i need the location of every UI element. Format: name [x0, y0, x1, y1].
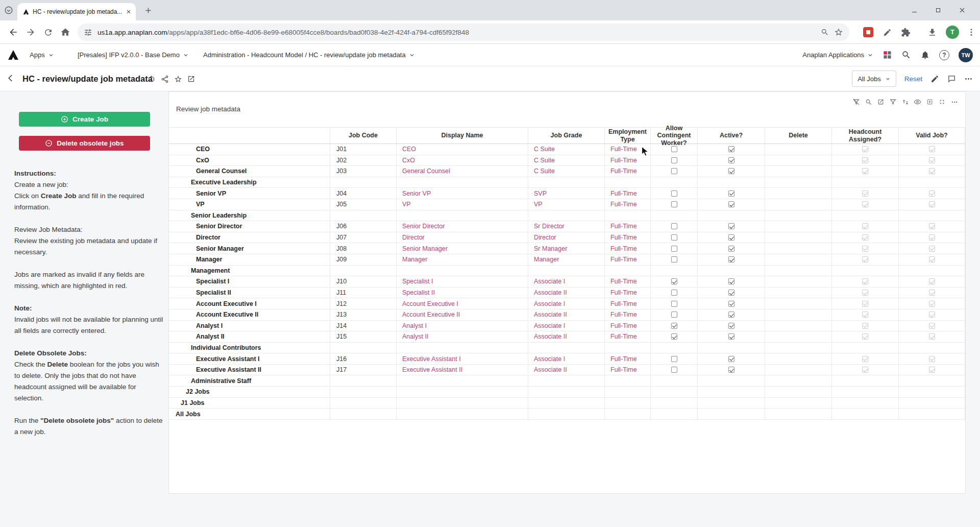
- display-name-cell[interactable]: Account Executive II: [397, 309, 528, 320]
- row-label-cell[interactable]: Senior VP: [169, 188, 330, 199]
- checkbox[interactable]: [728, 356, 734, 362]
- delete-cell[interactable]: [765, 177, 832, 188]
- employment-type-cell[interactable]: [605, 343, 651, 353]
- display-name-cell[interactable]: Account Executive I: [397, 298, 528, 309]
- employment-type-cell[interactable]: Full-Time: [605, 353, 651, 364]
- active-cell[interactable]: [698, 398, 765, 409]
- active-cell[interactable]: [698, 232, 765, 243]
- pinned-extension-icon-red[interactable]: [863, 27, 873, 37]
- checkbox[interactable]: [671, 356, 677, 362]
- allow-contingent-cell[interactable]: [651, 321, 698, 331]
- anaplan-applications-menu[interactable]: Anaplan Applications: [802, 44, 873, 66]
- search-icon[interactable]: [864, 97, 873, 107]
- row-label-cell[interactable]: Management: [169, 266, 330, 276]
- checkbox[interactable]: [671, 301, 677, 307]
- checkbox[interactable]: [728, 190, 734, 197]
- display-name-cell[interactable]: CxO: [397, 155, 528, 166]
- employment-type-cell[interactable]: Full-Time: [605, 221, 651, 232]
- employment-type-cell[interactable]: Full-Time: [605, 232, 651, 243]
- job-grade-cell[interactable]: C Suite: [528, 155, 605, 166]
- checkbox[interactable]: [671, 190, 677, 197]
- open-in-new-icon[interactable]: [187, 75, 195, 83]
- row-label-cell[interactable]: Specialist II: [169, 288, 330, 298]
- checkbox[interactable]: [671, 223, 677, 229]
- checkbox[interactable]: [728, 278, 734, 284]
- active-cell[interactable]: [698, 243, 765, 254]
- browser-profile-avatar[interactable]: T: [946, 26, 959, 39]
- delete-cell[interactable]: [765, 298, 832, 309]
- active-cell[interactable]: [698, 144, 765, 155]
- checkbox[interactable]: [728, 290, 734, 296]
- job-code-cell[interactable]: [330, 343, 397, 353]
- delete-cell[interactable]: [765, 321, 832, 331]
- job-grade-cell[interactable]: [528, 177, 605, 188]
- filter-icon[interactable]: [888, 97, 898, 107]
- active-cell[interactable]: [698, 254, 765, 265]
- help-icon[interactable]: ?: [939, 50, 949, 60]
- employment-type-cell[interactable]: [605, 210, 651, 221]
- active-cell[interactable]: [698, 166, 765, 177]
- employment-type-cell[interactable]: Full-Time: [605, 243, 651, 254]
- column-header[interactable]: Employment Type: [605, 128, 651, 143]
- active-cell[interactable]: [698, 387, 765, 397]
- display-name-cell[interactable]: CEO: [397, 144, 528, 155]
- delete-cell[interactable]: [765, 144, 832, 155]
- display-name-cell[interactable]: [397, 210, 528, 221]
- job-grade-cell[interactable]: Associate II: [528, 309, 605, 320]
- row-label-cell[interactable]: Executive Leadership: [169, 177, 330, 188]
- display-name-cell[interactable]: Executive Assistant I: [397, 353, 528, 364]
- board-back-icon[interactable]: [6, 74, 15, 83]
- job-code-cell[interactable]: J07: [330, 232, 397, 243]
- allow-contingent-cell[interactable]: [651, 243, 698, 254]
- display-name-cell[interactable]: Analyst I: [397, 321, 528, 331]
- checkbox[interactable]: [728, 168, 734, 174]
- more-options-icon[interactable]: [949, 97, 959, 107]
- column-header[interactable]: Allow Contingent Worker?: [651, 128, 698, 143]
- row-label-cell[interactable]: Specialist I: [169, 276, 330, 287]
- job-grade-cell[interactable]: Sr Director: [528, 221, 605, 232]
- checkbox[interactable]: [671, 278, 677, 284]
- active-cell[interactable]: [698, 298, 765, 309]
- allow-contingent-cell[interactable]: [651, 309, 698, 320]
- tab-search-icon[interactable]: [4, 6, 13, 15]
- display-name-cell[interactable]: Senior Director: [397, 221, 528, 232]
- checkbox[interactable]: [728, 301, 734, 307]
- allow-contingent-cell[interactable]: [651, 298, 698, 309]
- delete-cell[interactable]: [765, 353, 832, 364]
- job-code-cell[interactable]: J16: [330, 353, 397, 364]
- snapshot-icon[interactable]: [925, 97, 935, 107]
- row-label-cell[interactable]: Administrative Staff: [169, 375, 330, 386]
- allow-contingent-cell[interactable]: [651, 288, 698, 298]
- delete-cell[interactable]: [765, 375, 832, 386]
- allow-contingent-cell[interactable]: [651, 387, 698, 397]
- delete-cell[interactable]: [765, 188, 832, 199]
- bookmark-star-icon[interactable]: [834, 28, 843, 37]
- job-grade-cell[interactable]: Associate I: [528, 276, 605, 287]
- employment-type-cell[interactable]: [605, 398, 651, 409]
- job-grade-cell[interactable]: [528, 343, 605, 353]
- comments-icon[interactable]: [947, 75, 956, 83]
- row-label-cell[interactable]: Manager: [169, 254, 330, 265]
- job-code-cell[interactable]: J04: [330, 188, 397, 199]
- active-cell[interactable]: [698, 321, 765, 331]
- active-cell[interactable]: [698, 221, 765, 232]
- job-code-cell[interactable]: J08: [330, 243, 397, 254]
- checkbox[interactable]: [728, 256, 734, 262]
- clear-filter-icon[interactable]: [851, 97, 861, 107]
- row-label-cell[interactable]: Executive Assistant II: [169, 365, 330, 375]
- active-cell[interactable]: [698, 409, 765, 419]
- job-code-cell[interactable]: J15: [330, 331, 397, 342]
- nav-model-selector[interactable]: [Presales] IFP v2.0.0 - Base Demo: [78, 44, 189, 66]
- active-cell[interactable]: [698, 343, 765, 353]
- checkbox[interactable]: [728, 146, 734, 152]
- display-name-cell[interactable]: Senior Manager: [397, 243, 528, 254]
- checkbox[interactable]: [671, 157, 677, 163]
- display-name-cell[interactable]: Executive Assistant II: [397, 365, 528, 375]
- delete-cell[interactable]: [765, 243, 832, 254]
- allow-contingent-cell[interactable]: [651, 210, 698, 221]
- delete-cell[interactable]: [765, 288, 832, 298]
- checkbox[interactable]: [671, 256, 677, 262]
- job-code-cell[interactable]: [330, 398, 397, 409]
- column-header[interactable]: Delete: [765, 128, 832, 143]
- job-grade-cell[interactable]: SVP: [528, 188, 605, 199]
